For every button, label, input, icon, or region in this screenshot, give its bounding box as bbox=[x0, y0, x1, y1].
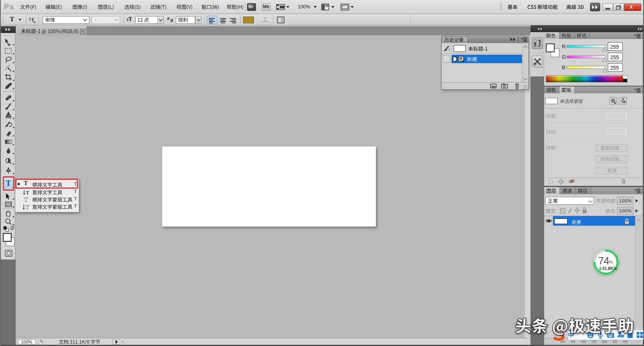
svg-text:T: T bbox=[31, 16, 35, 23]
svg-text:T: T bbox=[25, 204, 29, 210]
svg-text:T: T bbox=[24, 197, 28, 203]
svg-text:T: T bbox=[26, 189, 29, 196]
svg-text:T: T bbox=[263, 16, 267, 23]
